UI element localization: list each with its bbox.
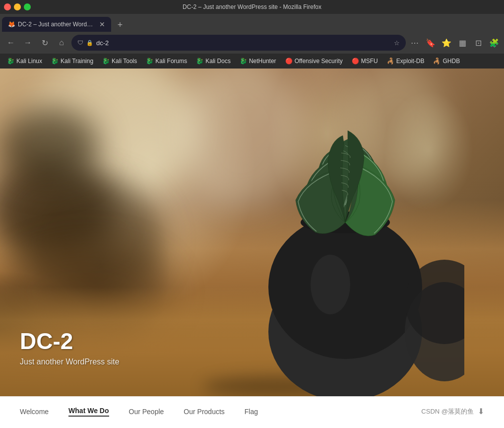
- nav-attribution: CSDN @落莫的鱼 ⬇: [421, 407, 484, 416]
- bookmark-nethunter[interactable]: 🐉 NetHunter: [236, 57, 280, 66]
- bookmark-kali-training[interactable]: 🐉 Kali Training: [47, 57, 97, 66]
- nethunter-icon: 🐉: [240, 58, 247, 65]
- lock-icon: 🔒: [86, 40, 93, 46]
- exploit-db-icon: 🦂: [387, 58, 394, 65]
- window-title: DC-2 – Just another WordPress site - Moz…: [183, 3, 321, 10]
- kali-linux-icon: 🐉: [7, 58, 14, 65]
- kali-docs-icon: 🐉: [196, 58, 203, 65]
- browser-tab[interactable]: 🦊 DC-2 – Just another WordP… ✕: [2, 17, 111, 32]
- bookmark-kali-tools-label: Kali Tools: [112, 58, 137, 65]
- url-actions: ☆: [394, 39, 400, 47]
- bookmark-offensive-security-label: Offensive Security: [295, 58, 343, 65]
- bookmark-nethunter-label: NetHunter: [249, 58, 276, 65]
- forward-btn[interactable]: →: [21, 36, 35, 50]
- minimize-window-btn[interactable]: [14, 3, 21, 10]
- msfu-icon: 🔴: [352, 58, 359, 65]
- kali-tools-icon: 🐉: [102, 58, 110, 65]
- bookmarks-bar: 🐉 Kali Linux 🐉 Kali Training 🐉 Kali Tool…: [0, 54, 504, 69]
- site-navigation: Welcome What We Do Our People Our Produc…: [0, 396, 504, 426]
- forward-icon: →: [24, 38, 32, 47]
- bookmark-msfu[interactable]: 🔴 MSFU: [348, 57, 382, 66]
- bookmark-kali-docs-label: Kali Docs: [205, 58, 231, 65]
- home-btn[interactable]: ⌂: [55, 36, 68, 50]
- nav-link-our-products[interactable]: Our Products: [184, 408, 224, 416]
- title-bar: DC-2 – Just another WordPress site - Moz…: [0, 0, 504, 14]
- nav-links: Welcome What We Do Our People Our Produc…: [20, 407, 421, 417]
- webpage-content: DC-2 Just another WordPress site: [0, 69, 504, 396]
- bookmark-kali-docs[interactable]: 🐉 Kali Docs: [192, 57, 235, 66]
- hero-text: DC-2 Just another WordPress site: [20, 328, 120, 366]
- url-text: dc-2: [96, 39, 391, 47]
- bookmark-kali-linux[interactable]: 🐉 Kali Linux: [3, 57, 46, 66]
- plant-pot-container: [226, 88, 464, 396]
- hero-subtitle: Just another WordPress site: [20, 357, 120, 366]
- bookmark-msfu-label: MSFU: [361, 58, 378, 65]
- back-btn[interactable]: ←: [4, 36, 18, 50]
- shield-icon: 🛡: [77, 39, 83, 46]
- reload-btn[interactable]: ↻: [38, 36, 52, 50]
- hero-title: DC-2: [20, 328, 120, 355]
- kali-training-icon: 🐉: [51, 58, 59, 65]
- bookmark-kali-linux-label: Kali Linux: [16, 58, 42, 65]
- bookmark-kali-tools[interactable]: 🐉 Kali Tools: [98, 57, 141, 66]
- tab-bar: 🦊 DC-2 – Just another WordP… ✕ +: [0, 14, 504, 32]
- tab-favicon: 🦊: [8, 21, 15, 28]
- reload-icon: ↻: [42, 38, 48, 48]
- svg-point-2: [311, 255, 350, 314]
- nav-link-flag[interactable]: Flag: [245, 408, 258, 416]
- attribution-text: CSDN @落莫的鱼: [421, 407, 474, 416]
- maximize-window-btn[interactable]: [24, 3, 31, 10]
- ghdb-icon: 🦂: [433, 58, 441, 65]
- bookmark-kali-forums[interactable]: 🐉 Kali Forums: [142, 57, 191, 66]
- bookmark-ghdb-label: GHDB: [442, 58, 460, 65]
- bookmark-icon[interactable]: ⭐: [441, 37, 452, 49]
- bookmark-exploit-db[interactable]: 🦂 Exploit-DB: [383, 57, 429, 66]
- new-tab-btn[interactable]: +: [113, 18, 127, 32]
- nav-link-what-we-do[interactable]: What We Do: [68, 407, 109, 417]
- bookmark-ghdb[interactable]: 🦂 GHDB: [429, 57, 464, 66]
- window-controls: [4, 3, 34, 10]
- nav-link-our-people[interactable]: Our People: [129, 408, 164, 416]
- extensions-btn[interactable]: 🧩: [488, 37, 500, 49]
- bookmark-star-icon[interactable]: ☆: [394, 39, 400, 47]
- offensive-security-icon: 🔴: [285, 58, 293, 65]
- tab-close-btn[interactable]: ✕: [99, 20, 105, 28]
- bookmark-exploit-db-label: Exploit-DB: [396, 58, 425, 65]
- back-icon: ←: [7, 38, 15, 47]
- dark-far-left: [0, 108, 99, 183]
- synced-tabs-btn[interactable]: ⊡: [472, 37, 484, 49]
- firefox-menu-btn[interactable]: ⋯: [409, 37, 421, 49]
- bookmark-kali-forums-label: Kali Forums: [155, 58, 187, 65]
- home-icon: ⌂: [59, 38, 64, 47]
- url-bar[interactable]: 🛡 🔒 dc-2 ☆: [71, 35, 406, 51]
- bookmark-offensive-security[interactable]: 🔴 Offensive Security: [281, 57, 347, 66]
- tab-title: DC-2 – Just another WordP…: [18, 21, 96, 28]
- bookmark-kali-training-label: Kali Training: [61, 58, 93, 65]
- nav-link-welcome[interactable]: Welcome: [20, 408, 49, 416]
- pocket-icon[interactable]: 🔖: [425, 37, 437, 49]
- address-bar: ← → ↻ ⌂ 🛡 🔒 dc-2 ☆ ⋯ 🔖 ⭐ ▦ ⊡ 🧩: [0, 32, 504, 54]
- browser-actions: ⋯ 🔖 ⭐ ▦ ⊡ 🧩: [409, 37, 500, 49]
- close-window-btn[interactable]: [4, 3, 11, 10]
- download-icon: ⬇: [478, 407, 484, 416]
- kali-forums-icon: 🐉: [146, 58, 153, 65]
- browser-chrome: DC-2 – Just another WordPress site - Moz…: [0, 0, 504, 69]
- sidebar-btn[interactable]: ▦: [456, 37, 468, 49]
